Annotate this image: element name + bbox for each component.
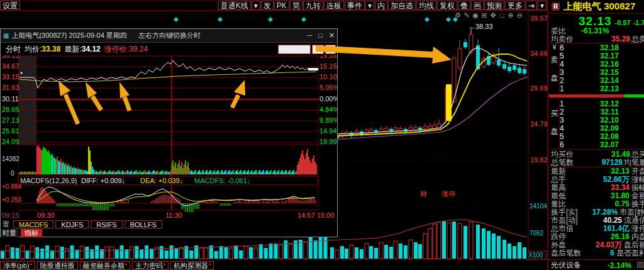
auction-button[interactable]: 竞 [312,45,324,54]
order-level-row[interactable]: 332.15 [560,68,644,76]
intraday-info-bar: 分时 均价: 33.38 最新: 34.12 涨停价: 39.24 历史重现 竞… [1,43,337,55]
minimize-icon[interactable]: ─ [307,31,312,40]
top-toolbar: 设置 普通K线▾发PK简九转连板事件▾内加自选均线复权叠画预测更多⇥▾ [0,0,547,11]
svg-text:X100: X100 [528,252,543,259]
r-badge: R [552,3,560,11]
bottom-tab[interactable]: 净率(pb)• [0,261,35,270]
toolbar-button[interactable]: 九转 [303,1,323,10]
level-price: 32.16 [569,60,644,69]
quote-header: R 上能电气 300827 [548,0,644,14]
svg-text:+0.253: +0.253 [2,196,21,203]
bottom-tab[interactable]: 主力密码• [132,261,169,270]
level-number: 4 [560,124,569,133]
order-level-row[interactable]: 632.18 [560,43,644,52]
level-price: 32.07 [569,140,644,149]
order-level-row[interactable]: 132.13 [560,84,644,93]
toolbar-spacer [22,0,217,11]
toolbar-button[interactable]: 简 [290,1,303,10]
detail-row: 盘后笔数6是否盈利 [548,249,644,257]
close-icon[interactable]: ✕ [329,31,335,40]
pencil-icon[interactable]: ✎ [463,11,470,20]
toolbar-button[interactable]: 画 [471,1,484,10]
toolbar-button[interactable]: 叠 [458,1,470,10]
gear-icon[interactable]: ⚙ [454,11,462,20]
order-level-row[interactable]: 332.10 [560,116,644,124]
tab-indicator-active[interactable]: 指标 [21,229,42,237]
toolbar-button[interactable]: 均线 [416,1,436,10]
total-count-value: 97128 [602,159,623,167]
bottom-tab[interactable]: 机构探测器• [170,261,214,270]
tab-stub[interactable]: 置 [1,220,11,229]
detail-value: 6 [610,249,614,257]
order-level-row[interactable]: 532.08 [560,132,644,140]
svg-text:11:30: 11:30 [165,211,182,219]
svg-text:19.99%: 19.99% [319,55,337,59]
lock-icon[interactable]: □ [498,11,506,20]
popup-titlebar[interactable]: ▦ 上能电气(300827) 2025-09-04 星期四 左右方向键切换分时 … [1,29,337,43]
bottom-tab-label: 主力密码 [135,262,163,269]
toolbar-button[interactable]: 事件 [345,1,365,10]
svg-text:19.82: 19.82 [530,156,547,164]
level-price: 32.08 [569,132,644,141]
chevron-down-icon[interactable]: ▾ [252,1,260,10]
order-level-row[interactable]: 132.12 [560,99,644,108]
toolbar-button[interactable]: ⇥ [526,1,537,10]
notification-dot: • [164,262,165,267]
toolbar-button[interactable]: 预测 [484,1,504,10]
indicator-tab-bollfs[interactable]: BOLLFS [125,220,162,228]
avg-lot-label: 均笔量 [624,159,644,167]
bottom-tab[interactable]: 陆股通持股 [37,261,78,270]
svg-text:33.15: 33.15 [2,73,19,81]
order-level-row[interactable]: 532.17 [560,52,644,60]
intraday-popup-window[interactable]: ▦ 上能电气(300827) 2025-09-04 星期四 左右方向键切换分时 … [0,28,338,237]
zoom-out-icon[interactable]: ⊖ [516,11,523,20]
jump-start-icon[interactable]: ⇤ [325,45,336,54]
toolbar-button-group: 普通K线▾发PK简九转连板事件▾内加自选均线复权叠画预测更多⇥▾ [218,1,547,10]
toolbar-button[interactable]: 连板 [324,1,344,10]
level-number: 3 [560,116,569,125]
history-replay-button[interactable]: 历史重现 [278,45,311,54]
indicator-tab-kdjfs[interactable]: KDJFS [55,220,89,228]
level-number: 5 [560,132,569,141]
bid-ask-ratio-bar [549,94,644,98]
toolbar-button[interactable]: PK [274,1,289,10]
avg-price-label: 均价: [25,44,42,55]
eye-icon[interactable]: ◉ [472,11,479,20]
settings-button[interactable]: 设置 [0,1,20,10]
toolbar-button[interactable]: 加自选 [388,1,416,10]
bottom-tab[interactable]: 融资融券余额• [80,261,130,270]
toolbar-button[interactable]: 内 [375,1,387,10]
svg-text:14382: 14382 [2,155,19,162]
sell-title-char: 盘 [551,73,558,84]
maximize-icon[interactable]: □ [318,31,323,40]
svg-text:09:15: 09:15 [2,211,19,219]
order-level-row[interactable]: 432.16 [560,60,644,68]
sector-row[interactable]: 光伏设备 -2.14% 回 [548,259,644,270]
toolbar-button[interactable]: ▾ [538,1,547,10]
toolbar-button[interactable]: 复权 [437,1,457,10]
order-level-row[interactable]: 632.07 [560,140,644,149]
chevron-down-icon[interactable]: ▾ [365,1,374,10]
sell-levels[interactable]: 632.18532.17432.16332.15232.14132.13 [560,43,644,93]
sector-pct: -2.14% [608,261,631,270]
chart-window-icon: ▦ [3,32,9,39]
order-level-row[interactable]: 432.09 [560,124,644,132]
toolbar-button[interactable]: 普通K线 [218,1,251,10]
buy-levels[interactable]: 132.12232.11332.10432.09532.08632.07 [560,99,644,149]
tab-time-volume[interactable]: 时量 [1,229,18,237]
zoom-in-icon[interactable]: ⊕ [507,11,514,20]
svg-text:29.69: 29.69 [530,84,547,92]
keyboard-icon[interactable]: ⊞ [480,11,488,20]
hand-icon[interactable]: ✥ [489,11,497,20]
buy-title-char: 盘 [551,127,558,137]
chart-icon-toolbar: ⚙✎◉⊞✥□⊕⊖ [454,11,523,20]
svg-text:31.63: 31.63 [2,84,19,91]
order-level-row[interactable]: 232.14 [560,76,644,84]
toolbar-button[interactable]: 发 [261,1,274,10]
order-level-row[interactable]: 232.11 [560,108,644,116]
indicator-tab-rsifs[interactable]: RSIFS [91,220,122,228]
svg-text:09:30: 09:30 [37,211,55,219]
limit-up-label: 涨停价: [104,44,129,55]
toolbar-button[interactable]: 更多 [505,1,525,10]
indicator-tab-macdfs[interactable]: MACDFS [13,220,53,228]
